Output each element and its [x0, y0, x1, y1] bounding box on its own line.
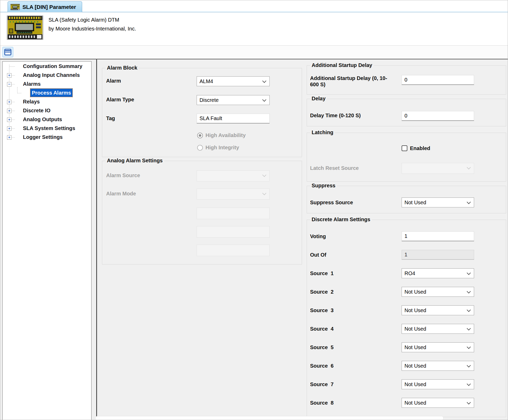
- combo-value: Not Used: [404, 307, 426, 313]
- tab-title: SLA [DIN] Parameter: [22, 4, 76, 10]
- high-availability-label: High Availability: [205, 132, 246, 138]
- tab-strip: SLA [DIN] Parameter: [0, 0, 508, 12]
- latching-enabled-checkbox[interactable]: [402, 145, 407, 151]
- sla-parameter-window: SLA [DIN] Parameter SLA (Safety Logic Al…: [0, 0, 508, 420]
- source-4-label: Source 4: [310, 326, 334, 332]
- tree-expand-plus-icon[interactable]: +: [7, 73, 11, 78]
- tree-connector-line: [9, 66, 15, 67]
- tree-item-process-alarms[interactable]: Process Alarms: [30, 89, 72, 97]
- tree-expand-plus-icon[interactable]: +: [7, 126, 11, 131]
- high-integrity-label: High Integrity: [205, 145, 239, 151]
- source-6-label: Source 6: [310, 363, 334, 369]
- source-2-select[interactable]: Not Used: [402, 287, 474, 297]
- device-icon: [10, 4, 20, 10]
- group-suppress: Suppress Suppress Source Not Used: [307, 186, 506, 213]
- chevron-down-icon: [467, 326, 471, 331]
- tag-label: Tag: [106, 115, 115, 121]
- tree-item-relays[interactable]: Relays: [21, 97, 41, 106]
- group-title: Analog Alarm Settings: [105, 158, 164, 164]
- value-input-disabled: [197, 245, 270, 256]
- group-additional-startup-delay: Additional Startup Delay Additional Star…: [307, 65, 506, 95]
- setpoint-input-disabled: [197, 208, 270, 219]
- group-title: Delay: [310, 96, 327, 102]
- tree-item-logger-settings[interactable]: Logger Settings: [21, 133, 64, 141]
- suppress-source-label: Suppress Source: [310, 200, 353, 206]
- tree-item-analog-outputs[interactable]: Analog Outputs: [21, 115, 64, 123]
- suppress-source-select[interactable]: Not Used: [402, 197, 474, 207]
- combo-value: Not Used: [404, 200, 426, 206]
- chevron-down-icon: [262, 79, 267, 83]
- tree-expand-plus-icon[interactable]: +: [7, 118, 11, 122]
- group-title: Discrete Alarm Settings: [310, 217, 372, 223]
- alarm-type-select[interactable]: Discrete: [197, 95, 270, 105]
- delay-time-input[interactable]: 0: [402, 111, 474, 121]
- source-1-select[interactable]: RO4: [402, 268, 474, 278]
- tree-expand-plus-icon[interactable]: +: [7, 135, 11, 140]
- tree-item-analog-input-channels[interactable]: Analog Input Channels: [21, 71, 81, 79]
- alarm-select[interactable]: ALM4: [197, 76, 270, 86]
- additional-startup-delay-input[interactable]: 0: [402, 75, 474, 85]
- source-4-select[interactable]: Not Used: [402, 324, 474, 334]
- alarm-type-label: Alarm Type: [106, 97, 134, 103]
- source-7-select[interactable]: Not Used: [402, 379, 474, 389]
- chevron-down-icon: [467, 271, 471, 275]
- delay-time-label: Delay Time (0-120 S): [310, 113, 361, 119]
- group-title: Alarm Block: [105, 65, 139, 71]
- dtm-vendor-name: by Moore Industries-International, Inc.: [49, 26, 136, 32]
- group-delay: Delay Delay Time (0-120 S) 0: [307, 99, 506, 126]
- tree-expand-plus-icon[interactable]: +: [7, 100, 11, 104]
- chevron-down-icon: [467, 345, 471, 349]
- voting-label: Voting: [310, 233, 326, 239]
- tag-input[interactable]: SLA Fault: [197, 114, 270, 123]
- group-title: Suppress: [310, 183, 337, 189]
- tree-item-discrete-io[interactable]: Discrete IO: [21, 106, 52, 115]
- source-3-select[interactable]: Not Used: [402, 305, 474, 315]
- out-of-input: 1: [402, 250, 474, 260]
- source-3-label: Source 3: [310, 307, 334, 313]
- main-area: Configuration Summary+Analog Input Chann…: [0, 59, 508, 420]
- tree-item-alarms[interactable]: Alarms: [21, 80, 42, 88]
- chevron-down-icon: [467, 400, 471, 405]
- source-6-select[interactable]: Not Used: [402, 361, 474, 371]
- high-availability-radio: [197, 133, 203, 138]
- chevron-down-icon: [467, 382, 471, 386]
- nav-tree: Configuration Summary+Analog Input Chann…: [2, 61, 92, 420]
- source-5-select[interactable]: Not Used: [402, 342, 474, 352]
- tree-expand-plus-icon[interactable]: +: [7, 109, 11, 113]
- window-panel-icon: [4, 49, 11, 55]
- chevron-down-icon: [467, 289, 471, 294]
- dtm-product-name: SLA (Safety Logic Alarm) DTM: [49, 17, 136, 23]
- tree-item-configuration-summary[interactable]: Configuration Summary: [21, 62, 84, 70]
- chevron-down-icon: [467, 165, 471, 170]
- source-7-label: Source 7: [310, 381, 334, 387]
- source-5-label: Source 5: [310, 344, 334, 350]
- alarm-source-label: Alarm Source: [106, 172, 140, 178]
- alarm-mode-select: [197, 189, 270, 200]
- combo-value: Not Used: [404, 344, 426, 350]
- horizontal-scrollbar-thumb[interactable]: [95, 416, 444, 420]
- panel-divider[interactable]: [96, 59, 97, 420]
- high-integrity-radio: [197, 145, 203, 151]
- tree-collapse-minus-icon[interactable]: −: [7, 82, 11, 87]
- combo-value: Not Used: [404, 400, 426, 406]
- combo-value: Not Used: [404, 289, 426, 295]
- alarm-mode-label: Alarm Mode: [106, 191, 136, 197]
- latch-reset-source-select: [402, 163, 474, 174]
- tree-item-sla-system-settings[interactable]: SLA System Settings: [21, 124, 77, 132]
- out-of-label: Out Of: [310, 252, 326, 258]
- chevron-down-icon: [467, 363, 471, 368]
- chevron-down-icon: [262, 173, 267, 177]
- source-8-select[interactable]: Not Used: [402, 398, 474, 408]
- source-8-label: Source 8: [310, 400, 334, 406]
- combo-value: Not Used: [404, 326, 426, 332]
- tab-sla-din-parameter[interactable]: SLA [DIN] Parameter: [8, 1, 82, 12]
- chevron-down-icon: [467, 308, 471, 312]
- combo-value: Not Used: [404, 363, 426, 369]
- voting-input[interactable]: 1: [402, 231, 474, 241]
- source-1-label: Source 1: [310, 270, 334, 276]
- combo-value: Discrete: [199, 97, 219, 103]
- additional-startup-delay-label: Additional Startup Delay (0, 10-600 S): [310, 75, 391, 88]
- group-alarm-block: Alarm Block Alarm ALM4 Alarm Type Discre…: [102, 68, 302, 157]
- panel-view-button[interactable]: [2, 47, 13, 57]
- deadband-input-disabled: [197, 226, 270, 238]
